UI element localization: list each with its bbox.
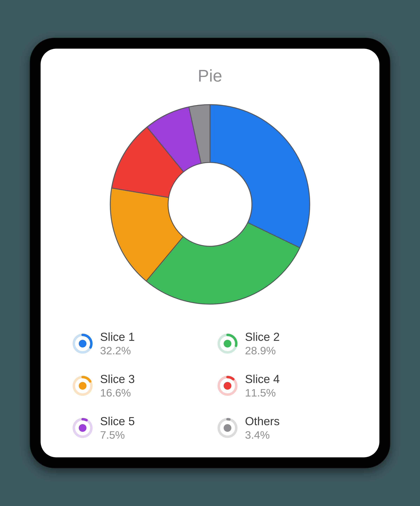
- svg-point-5: [79, 382, 87, 390]
- svg-point-1: [79, 340, 87, 347]
- screen: Pie Slice 1 32.2% Slice 2 28.9%: [40, 49, 380, 457]
- legend-icon-slice-5: [72, 418, 93, 439]
- legend-icon-slice-3: [72, 375, 93, 396]
- legend-label: Slice 4: [245, 373, 280, 386]
- legend-value: 11.5%: [245, 386, 280, 399]
- legend-icon-slice-4: [217, 375, 238, 396]
- legend-icon-others: [217, 418, 238, 439]
- legend-item-slice-1[interactable]: Slice 1 32.2%: [72, 330, 203, 357]
- legend-item-slice-2[interactable]: Slice 2 28.9%: [217, 330, 348, 357]
- svg-point-7: [224, 382, 231, 390]
- chart-title: Pie: [198, 66, 222, 85]
- device-frame: Pie Slice 1 32.2% Slice 2 28.9%: [30, 38, 390, 468]
- svg-point-11: [224, 424, 231, 432]
- legend: Slice 1 32.2% Slice 2 28.9% Slice 3: [62, 330, 358, 441]
- legend-item-slice-5[interactable]: Slice 5 7.5%: [72, 415, 203, 441]
- legend-value: 7.5%: [100, 429, 135, 441]
- legend-item-slice-4[interactable]: Slice 4 11.5%: [217, 373, 348, 399]
- legend-value: 32.2%: [100, 344, 135, 357]
- legend-label: Slice 3: [100, 373, 135, 386]
- legend-label: Others: [245, 415, 280, 428]
- legend-value: 16.6%: [100, 386, 135, 399]
- svg-point-3: [224, 340, 231, 347]
- legend-icon-slice-1: [72, 333, 93, 354]
- legend-label: Slice 5: [100, 415, 135, 428]
- legend-item-slice-3[interactable]: Slice 3 16.6%: [72, 373, 203, 399]
- svg-point-9: [79, 424, 87, 432]
- legend-label: Slice 1: [100, 330, 135, 344]
- donut-chart: [96, 91, 324, 318]
- legend-value: 28.9%: [245, 344, 280, 357]
- legend-item-others[interactable]: Others 3.4%: [217, 415, 348, 441]
- legend-label: Slice 2: [245, 330, 280, 344]
- legend-value: 3.4%: [245, 429, 280, 441]
- legend-icon-slice-2: [217, 333, 238, 354]
- donut-chart-svg: [96, 91, 324, 318]
